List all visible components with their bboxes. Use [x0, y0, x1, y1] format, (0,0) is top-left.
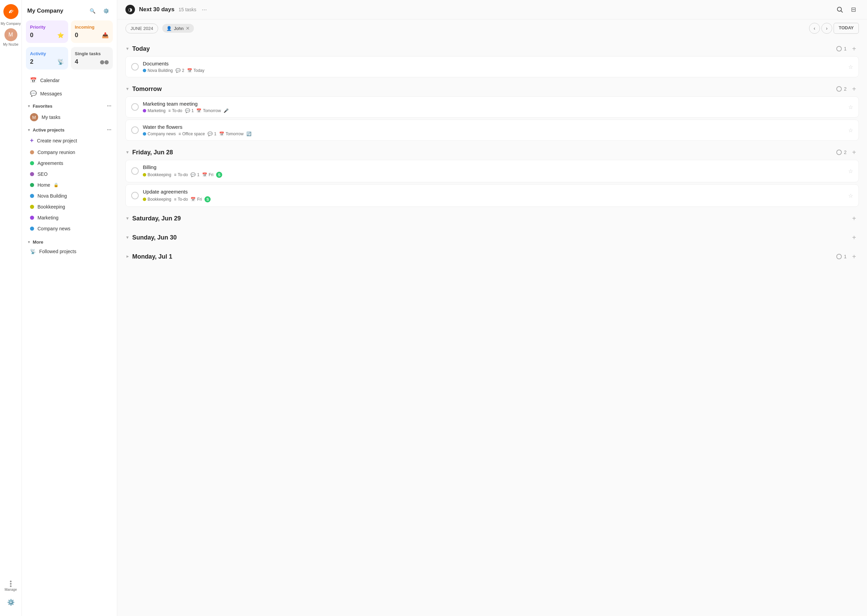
billing-name: Billing [143, 164, 844, 170]
sidebar-item-company-reunion[interactable]: Company reunion [25, 147, 114, 157]
incoming-card[interactable]: Incoming 0 📥 [71, 20, 113, 43]
update-agreements-star[interactable]: ☆ [848, 193, 853, 199]
mic-icon: 🎤 [223, 108, 229, 113]
priority-card[interactable]: Priority 0 ⭐ [26, 20, 68, 43]
mm-date-label: Tomorrow [203, 108, 221, 113]
marketing-meeting-star[interactable]: ☆ [848, 104, 853, 110]
fri-count-circle [836, 149, 842, 155]
marketing-meeting-checkbox[interactable] [131, 103, 139, 111]
task-item-water-flowers[interactable]: Water the flowers Company news ≡ Office … [126, 119, 859, 141]
mm-project-dot [143, 109, 146, 112]
sun-add-button[interactable]: + [849, 233, 859, 242]
sidebar-item-my-tasks[interactable]: M My tasks [25, 111, 114, 124]
more-label: More [33, 239, 43, 245]
search-button-topbar[interactable] [834, 4, 845, 15]
sidebar-item-company-news[interactable]: Company news [25, 223, 114, 234]
task-item-billing[interactable]: Billing Bookkeeping ≡ To-do 💬 1 [126, 160, 859, 182]
settings-button[interactable]: ⚙️ [101, 5, 112, 16]
today-count: 1 [836, 46, 847, 52]
wf-comments: 💬 1 [208, 132, 216, 136]
sidebar-item-nova-building[interactable]: Nova Building [25, 191, 114, 201]
next-button[interactable]: › [821, 23, 832, 34]
day-section-sat-jun-29: ▼ Saturday, Jun 29 + [126, 209, 859, 226]
task-item-documents[interactable]: Documents Nova Building 💬 2 📅 Today [126, 56, 859, 77]
task-item-update-agreements[interactable]: Update agreements Bookkeeping ≡ To-do 📅 [126, 184, 859, 207]
day-header-sat-jun-29[interactable]: ▼ Saturday, Jun 29 + [126, 209, 859, 226]
fri-count-number: 2 [844, 149, 847, 155]
ua-section: ≡ To-do [174, 197, 188, 202]
documents-star[interactable]: ☆ [848, 64, 853, 70]
ua-project-name: Bookkeeping [148, 197, 171, 202]
manage-label: Manage [5, 588, 17, 591]
documents-name: Documents [143, 61, 844, 66]
sidebar-item-marketing[interactable]: Marketing [25, 212, 114, 223]
water-flowers-checkbox[interactable] [131, 126, 139, 134]
day-header-today[interactable]: ▼ Today 1 + [126, 40, 859, 56]
sidebar-item-bookkeeping[interactable]: Bookkeeping [25, 202, 114, 212]
water-flowers-name: Water the flowers [143, 124, 844, 130]
sidebar-item-create-new-project[interactable]: + Create new project [25, 135, 114, 146]
topbar-more-button[interactable]: ··· [202, 6, 207, 13]
tomorrow-count: 2 [836, 86, 847, 92]
sat-label: Saturday, Jun 29 [132, 215, 847, 222]
favorites-more-button[interactable]: ··· [107, 103, 112, 109]
calendar-icon: 📅 [30, 77, 37, 83]
date-filter-pill[interactable]: JUNE 2024 [126, 24, 158, 33]
activity-card[interactable]: Activity 2 📡 [26, 47, 68, 69]
active-projects-more-button[interactable]: ··· [107, 127, 112, 133]
sidebar-item-agreements[interactable]: Agreements [25, 158, 114, 168]
day-header-tomorrow[interactable]: ▼ Tomorrow 2 + [126, 80, 859, 96]
wf-repeat: 🔄 [246, 132, 252, 136]
fri-add-button[interactable]: + [849, 148, 859, 157]
company-news-label: Company news [38, 226, 71, 231]
water-flowers-meta: Company news ≡ Office space 💬 1 📅 To [143, 132, 844, 136]
home-label: Home [38, 182, 50, 188]
more-chevron: ▼ [27, 240, 31, 244]
sidebar-item-home[interactable]: Home 🔒 [25, 180, 114, 190]
app-logo[interactable] [3, 4, 19, 19]
water-flowers-star[interactable]: ☆ [848, 127, 853, 134]
sat-add-button[interactable]: + [849, 214, 859, 223]
mon-add-button[interactable]: + [849, 252, 859, 261]
svg-point-0 [6, 7, 15, 16]
fri-label: Friday, Jun 28 [132, 149, 834, 156]
billing-checkbox[interactable] [131, 167, 139, 175]
task-item-marketing-meeting[interactable]: Marketing team meeting Marketing ≡ To-do… [126, 96, 859, 118]
repeat-icon: 🔄 [246, 132, 252, 136]
wf-comments-icon: 💬 [208, 132, 212, 136]
view-toggle-icon[interactable]: ◑ [126, 5, 135, 14]
update-agreements-checkbox[interactable] [131, 192, 139, 199]
user-filter-pill[interactable]: 👤 John ✕ [162, 24, 194, 33]
billing-date: 📅 Fri [202, 173, 213, 177]
avatar[interactable]: M [5, 28, 17, 41]
sidebar-item-seo[interactable]: SEO [25, 169, 114, 179]
tomorrow-add-button[interactable]: + [849, 84, 859, 94]
remove-user-filter-button[interactable]: ✕ [186, 25, 190, 31]
wf-section-icon: ≡ [179, 132, 181, 136]
today-button[interactable]: TODAY [834, 23, 859, 34]
billing-star[interactable]: ☆ [848, 168, 853, 174]
incoming-icon: 📥 [102, 32, 109, 39]
wf-cal-icon: 📅 [219, 132, 224, 136]
today-add-button[interactable]: + [849, 44, 859, 53]
documents-project-dot [143, 69, 146, 72]
update-agreements-content: Update agreements Bookkeeping ≡ To-do 📅 [143, 189, 844, 203]
sidebar-item-calendar[interactable]: 📅 Calendar [25, 74, 114, 86]
day-header-sun-jun-30[interactable]: ▼ Sunday, Jun 30 + [126, 229, 859, 245]
prev-button[interactable]: ‹ [809, 23, 820, 34]
tomorrow-label: Tomorrow [132, 85, 834, 93]
sidebar-item-messages[interactable]: 💬 Messages [25, 87, 114, 100]
sidebar-item-followed-projects[interactable]: 📡 Followed projects [25, 246, 114, 256]
filter-button-topbar[interactable]: ⊟ [848, 4, 859, 15]
day-header-mon-jul-1[interactable]: ▼ Monday, Jul 1 1 + [126, 248, 859, 264]
documents-checkbox[interactable] [131, 63, 139, 71]
settings-bottom-icon[interactable]: ⚙️ [4, 596, 18, 609]
day-header-fri-jun-28[interactable]: ▼ Friday, Jun 28 2 + [126, 143, 859, 160]
day-section-mon-jul-1: ▼ Monday, Jul 1 1 + [126, 248, 859, 264]
section-icon: ≡ [168, 108, 171, 113]
manage-button[interactable]: Manage [4, 579, 18, 593]
search-button[interactable]: 🔍 [87, 5, 98, 16]
single-tasks-card[interactable]: Single tasks 4 ⬤⬤ [71, 47, 113, 69]
my-tasks-avatar: M [30, 113, 38, 121]
mm-cal-icon: 📅 [196, 108, 201, 113]
